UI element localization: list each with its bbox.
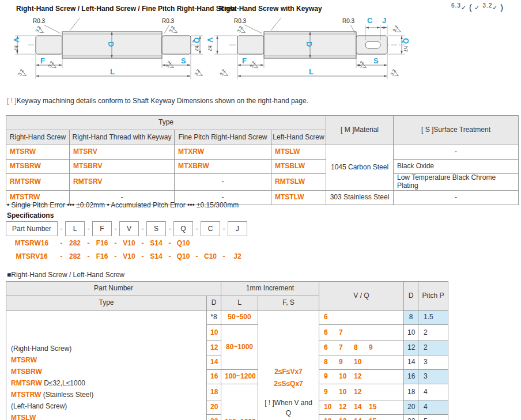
paren-close: ) [500, 3, 504, 12]
example-value: V10 [119, 237, 139, 249]
increment-header: 1mm Increment [221, 282, 319, 296]
vq-value: 8 [354, 344, 369, 352]
schema-dash: - [193, 225, 201, 233]
part-number-cell: MTXBRW [175, 160, 271, 174]
alert-prefix: [ ! ] [7, 97, 17, 105]
type-part-number: MTSTRW [11, 391, 41, 399]
col-header-left-hand: Left-Hand Screw [271, 130, 326, 145]
type-line: (Left-Hand Screw) [11, 402, 67, 410]
surface-cell: Black Oxide [394, 160, 519, 174]
material-cell: 1045 Carbon Steel [326, 145, 394, 191]
type-line: D≤32,L≤1000 [44, 379, 85, 387]
vq-values-cell: 8910 [319, 355, 404, 370]
dim-c-label: C [367, 16, 373, 25]
schema-box-part-number: Part Number [6, 221, 58, 236]
vq-value: 12 [339, 418, 354, 420]
vq-value: 14 [354, 418, 369, 420]
surface-cell: - [394, 190, 519, 205]
schema-boxes: Part Number - L - F - V - S - Q - C - J [6, 221, 247, 236]
part-number-cell: RMTSRW [6, 174, 70, 191]
roughness-check-icon: ✓ [474, 4, 480, 11]
vq-value: 10 [324, 403, 339, 411]
vq-value: 9 [369, 344, 384, 352]
col-header-keyway: Right-Hand Thread with Keyway [70, 130, 175, 145]
schema-box-s: S [146, 221, 166, 236]
part-number-cell: MTSLW [271, 145, 326, 160]
pitch-cell: 2 [418, 341, 448, 355]
vq-value: 9 [339, 358, 354, 366]
dim-s-label: S [181, 56, 186, 65]
d-value-cell: 16 [207, 370, 221, 384]
example-value: S14 [146, 250, 166, 263]
fs-note-line: [ ! ]When V and Q [262, 398, 315, 418]
schema-box-j: J [228, 221, 247, 236]
l-subheader: L [221, 296, 258, 311]
specifications-title: Specifications [7, 211, 54, 220]
dim-v-h7-label: h7 [13, 46, 19, 51]
left-journal [36, 36, 62, 54]
vq-value: 7 [339, 329, 354, 337]
schema-box-l: L [65, 221, 85, 236]
part-number-cell: MTSRW [6, 145, 70, 160]
example-dash: - [166, 250, 173, 263]
type-line: (Stainless Steel) [43, 391, 93, 399]
pitch-cell: 4 [418, 384, 448, 400]
pitch-cell: 3 [418, 370, 448, 384]
col-header-fine-pitch: Fine Pitch Right-Hand Screw [175, 130, 271, 145]
schema-box-q: Q [173, 221, 193, 236]
example-dash: - [139, 250, 146, 263]
type-part-number: RMTSRW [11, 379, 42, 387]
pitch-cell: 1.5 [418, 311, 448, 325]
dim-q-h7-label: h7 [403, 46, 409, 52]
example-value: F16 [92, 237, 112, 249]
example-dash: - [112, 250, 119, 263]
schema-dash: - [139, 225, 146, 233]
vq-values-cell: 91012 [319, 384, 404, 400]
pitch-cell: 4 [418, 400, 448, 415]
part-number-cell: RMTSLW [271, 174, 326, 191]
keyway-slot [365, 41, 380, 48]
example-dash: - [85, 237, 92, 249]
d-subheader: D [207, 296, 221, 311]
pitch-header: Pitch P [418, 282, 448, 311]
d-ref-cell: 12 [404, 341, 418, 355]
d-value-cell: 20 [207, 400, 221, 415]
vq-value: 15 [369, 403, 384, 411]
drawing-right-hand-screw-keyway: V h7 Q h7 D C J F S [206, 16, 410, 79]
right-journal [162, 36, 191, 54]
roughness-check-icon: ✓ [492, 4, 498, 11]
vq-values-cell: 10121415 [319, 400, 404, 415]
d-ref-cell: 14 [404, 355, 418, 370]
type-subheader: Type [6, 296, 207, 311]
fs-formula: 2≤S≤Qx7 [262, 378, 315, 390]
vq-value: 12 [339, 403, 354, 411]
vq-value: 10 [324, 418, 339, 420]
pitch-cell: 2 [418, 325, 448, 341]
surface-header: [ S ]Surface Treatment [394, 116, 519, 145]
drawing-right-title: Right-Hand Screw with Keyway [219, 5, 322, 13]
drawing-left-title: Right-Hand Screw / Left-Hand Screw / Fin… [16, 5, 236, 13]
pitch-cell: 3 [418, 355, 448, 370]
example-dash: - [166, 237, 173, 249]
example-part-number-2: MTSRV16 - 282 - F16 - V10 - S14 - Q10 - … [6, 250, 247, 263]
radius-label: R0.3 [234, 18, 247, 24]
schema-box-f: F [92, 221, 112, 236]
example-dash: - [85, 250, 92, 263]
dim-f-label: F [40, 56, 45, 65]
schema-dash: - [112, 225, 119, 233]
vq-value: 9 [324, 388, 339, 396]
fs-subheader: F, S [258, 296, 319, 311]
vq-value: 8 [324, 358, 339, 366]
d-header: D [404, 282, 418, 311]
dim-s-label: S [373, 56, 379, 65]
part-number-cell: RMTSRV [70, 174, 175, 191]
d-value-cell: *8 [207, 311, 221, 325]
part-number-header: Part Number [6, 282, 221, 296]
paren-open: ( [469, 3, 473, 12]
material-header: [ M ]Material [326, 116, 394, 145]
dim-v-label: V [12, 37, 21, 43]
catalog-page: 3.2 V h7 Q h7 D [0, 0, 521, 420]
part-number-cell: MTSBRV [70, 160, 175, 174]
vq-value: 10 [354, 358, 369, 366]
vq-values-cell: 6789 [319, 341, 404, 355]
